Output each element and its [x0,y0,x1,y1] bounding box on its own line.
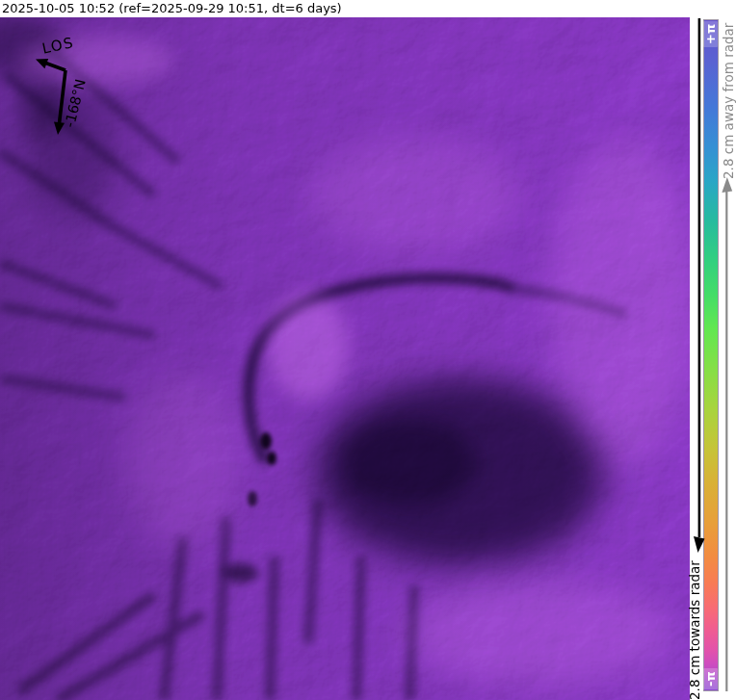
towards-radar-label: 2.8 cm towards radar [687,560,703,700]
insar-figure: 2025-10-05 10:52 (ref=2025-09-29 10:51, … [0,0,736,700]
figure-title: 2025-10-05 10:52 (ref=2025-09-29 10:51, … [2,1,342,15]
interferogram-map: LOS -168°N [0,17,690,700]
colorbar [703,19,719,691]
los-arrow-head [36,59,48,68]
los-arrow-shaft [45,63,66,70]
away-from-radar-arrow [722,177,732,691]
colorbar-top-tick: +π [703,21,718,47]
colorbar-bottom-tick: -π [703,668,718,689]
away-radar-label: 2.8 cm away from radar [721,23,736,179]
los-arrows [0,17,690,700]
colorbar-gradient [704,20,718,690]
